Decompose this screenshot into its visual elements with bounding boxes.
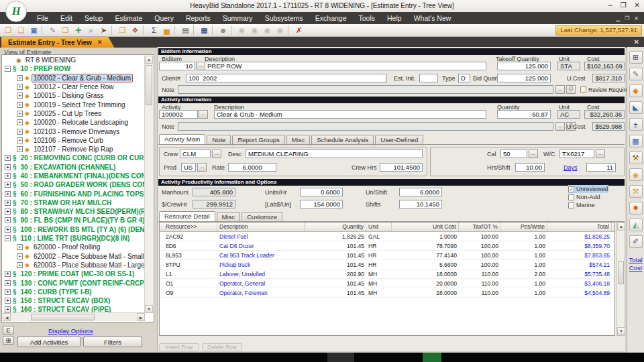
chart-icon[interactable]: ▅ bbox=[160, 25, 173, 36]
hrs-shift-field[interactable]: 10.00 bbox=[515, 163, 545, 172]
note-browse-button[interactable]: ... bbox=[555, 122, 565, 131]
edit-icon[interactable]: ✎ bbox=[46, 25, 59, 36]
display-options-link[interactable]: Display Options bbox=[48, 327, 93, 335]
tree-node[interactable]: + § 120 : PRIME COAT (MC-30 OR SS-1) bbox=[3, 269, 145, 278]
attachment-icon[interactable]: ∅ bbox=[566, 85, 576, 94]
tree-node[interactable]: − § 10 : PREP ROW bbox=[3, 64, 145, 73]
math-operations-icon[interactable]: ± bbox=[629, 118, 643, 131]
wrench-icon[interactable]: ⚒ bbox=[629, 152, 643, 164]
column-header[interactable]: Unit bbox=[366, 223, 392, 231]
user-icon[interactable]: ☻ bbox=[217, 25, 229, 36]
type-field[interactable]: D bbox=[458, 74, 470, 82]
tree-expander-icon[interactable]: + bbox=[5, 280, 11, 286]
option-checkbox[interactable]: ✓ bbox=[568, 186, 574, 192]
tag-icon[interactable]: ❖ bbox=[129, 25, 142, 36]
separator[interactable] bbox=[231, 25, 234, 35]
takeoff-quantity-field[interactable]: 125.000 bbox=[497, 62, 551, 70]
wc-field[interactable]: TX6217 bbox=[559, 149, 594, 158]
activity-browse-button[interactable]: ... bbox=[199, 110, 208, 119]
tree-expander-icon[interactable]: + bbox=[5, 217, 11, 223]
tree-node[interactable]: + § 60 : FURNISHING AND PLACING TOPSOIL bbox=[3, 189, 145, 198]
worker-icon[interactable]: ☻ bbox=[629, 168, 643, 181]
cal-field[interactable]: 50 bbox=[500, 149, 527, 158]
copy-icon[interactable]: ❐ bbox=[59, 25, 72, 36]
tree-expander-icon[interactable]: + bbox=[5, 227, 11, 233]
tree-node[interactable]: + ◆ 102103 - Remove Driveways bbox=[3, 127, 145, 135]
tree-node[interactable]: + § 50 : ROAD GRADER WORK (DENS CONT) bbox=[3, 180, 145, 189]
menu-item[interactable]: Query bbox=[148, 12, 180, 24]
client-field[interactable]: 100 2002 bbox=[186, 74, 387, 82]
menu-item[interactable]: Edit bbox=[54, 12, 78, 24]
option-checkbox[interactable] bbox=[568, 194, 574, 200]
tree-expander-icon[interactable]: + bbox=[5, 208, 11, 215]
scroll-down-icon[interactable]: ▼ bbox=[145, 305, 153, 313]
scroll-right-icon[interactable]: ▶ bbox=[137, 313, 145, 321]
scroll-up-icon[interactable]: ▲ bbox=[617, 223, 625, 231]
tree-node[interactable]: + ◆ 100025 - Cut Up Trees bbox=[3, 109, 145, 118]
grid-calc-icon[interactable]: ⊞ bbox=[629, 51, 643, 64]
close-button[interactable]: ✕ bbox=[635, 1, 640, 9]
tree-node[interactable]: + ◆ 100002 - Clear & Grub - Medium bbox=[3, 74, 145, 82]
tree-node[interactable]: + ◆ 102107 - Remove Rip Rap bbox=[3, 145, 145, 154]
tree-expander-icon[interactable]: + bbox=[17, 262, 23, 268]
activity-tab[interactable]: Activity Main bbox=[159, 134, 205, 145]
tree-expander-icon[interactable]: + bbox=[17, 119, 23, 125]
menu-item[interactable]: Exchange bbox=[309, 12, 353, 24]
tab-close-icon[interactable]: ✕ bbox=[97, 39, 103, 46]
mdi-close-icon[interactable]: ✕ bbox=[634, 15, 639, 21]
calculator-icon[interactable]: ▦ bbox=[198, 25, 211, 36]
total-cost-link[interactable]: Total Cost bbox=[628, 256, 644, 272]
menu-item[interactable]: Estimate bbox=[109, 12, 148, 24]
biditem-note-field[interactable] bbox=[178, 85, 553, 94]
column-header[interactable]: Resource>> bbox=[164, 223, 217, 231]
table-row[interactable]: O9 Operator, Foreman 101.45 MH 28.0000 1… bbox=[160, 288, 614, 298]
days-link[interactable]: Days bbox=[564, 164, 578, 171]
tree-node[interactable]: + ◆ 100015 - Disking Grass bbox=[3, 91, 145, 100]
days-field[interactable]: 11 bbox=[586, 163, 616, 172]
activity-note-field[interactable] bbox=[178, 122, 553, 131]
separator[interactable] bbox=[193, 25, 197, 35]
expand-tree-button[interactable]: E bbox=[3, 326, 14, 335]
tree-node[interactable]: + § 130 : CONC PVMT (CONT REINF-CRCP)(12 bbox=[3, 278, 145, 287]
tree-node[interactable]: + ◆ 100012 - Clear Fence Row bbox=[3, 82, 145, 91]
column-header[interactable]: Unit Cost bbox=[392, 223, 459, 231]
table-row[interactable]: 8TPU Pickup truck 101.45 HR 5.6600 100.0… bbox=[160, 260, 614, 269]
menu-item[interactable]: File bbox=[31, 12, 54, 24]
mdi-restore-icon[interactable]: ❐ bbox=[625, 15, 629, 21]
crew-hrs-field[interactable]: 101.4500 bbox=[380, 163, 423, 172]
tabstrip-close-icon[interactable]: ✕ bbox=[634, 38, 639, 46]
column-header[interactable]: Description bbox=[217, 223, 305, 231]
open-folder-icon[interactable]: ❒ bbox=[2, 25, 15, 36]
tree-legend-button[interactable]: ⊞ bbox=[3, 336, 14, 345]
tree-node[interactable]: + § 20 : REMOVING CONC (CURB OR CURB & bbox=[3, 154, 145, 162]
mdi-minimize-icon[interactable]: ▁ bbox=[616, 15, 620, 21]
activity-quantity-field[interactable]: 60.87 bbox=[497, 110, 551, 119]
scroll-thumb[interactable] bbox=[31, 314, 95, 320]
biditem-description-field[interactable]: PREP ROW bbox=[205, 62, 486, 70]
tree-node[interactable]: + § 90 : FL BS (CMP IN PLACE)(TY B GR 4)… bbox=[3, 216, 145, 225]
menu-item[interactable]: Summary bbox=[217, 12, 259, 24]
scroll-left-icon[interactable]: ◀ bbox=[3, 313, 11, 321]
cal-browse-button[interactable]: ... bbox=[529, 149, 538, 158]
roadwork-sign-icon[interactable]: ◆ bbox=[629, 84, 643, 97]
tree-horizontal-scrollbar[interactable]: ◀ ▶ bbox=[3, 312, 145, 321]
menu-item[interactable]: Reports bbox=[180, 12, 217, 24]
tree-expander-icon[interactable]: + bbox=[5, 289, 11, 295]
column-header[interactable]: Tax/OT % bbox=[459, 223, 500, 231]
tree-expander-icon[interactable]: + bbox=[5, 173, 11, 179]
tree-node[interactable]: + § 30 : EXCAVATION (CHANNEL) bbox=[3, 163, 145, 172]
filters-button[interactable]: Filters bbox=[83, 337, 142, 347]
folder-icon[interactable]: ❏ bbox=[15, 25, 28, 36]
option-check-row[interactable]: Marine bbox=[568, 201, 608, 209]
save-icon[interactable]: ▣ bbox=[28, 25, 40, 36]
scroll-thumb[interactable] bbox=[146, 65, 152, 105]
units-hr-field[interactable]: 0.6000 bbox=[300, 188, 343, 196]
tab-estimate-entry-tree-view[interactable]: Estimate Entry - Tree View ✕ bbox=[1, 37, 114, 48]
tree-expander-icon[interactable]: + bbox=[5, 191, 11, 197]
tree-expander-icon[interactable]: + bbox=[17, 111, 23, 117]
wc-browse-button[interactable]: ... bbox=[596, 149, 605, 158]
tree-expander-icon[interactable]: + bbox=[5, 200, 11, 206]
column-header[interactable]: Total bbox=[547, 223, 612, 231]
tree-node[interactable]: + § 70 : STRAW OR HAY MULCH bbox=[3, 198, 145, 207]
option-checkbox[interactable] bbox=[568, 202, 574, 208]
